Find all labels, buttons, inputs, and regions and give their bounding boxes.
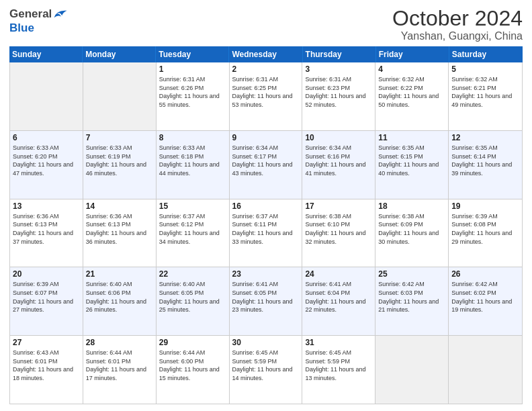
cell-info: Sunrise: 6:42 AMSunset: 6:02 PMDaylight:…	[451, 280, 519, 314]
day-cell-8: 8Sunrise: 6:33 AMSunset: 6:18 PMDaylight…	[157, 131, 230, 199]
calendar-week-2: 6Sunrise: 6:33 AMSunset: 6:20 PMDaylight…	[10, 131, 522, 199]
calendar-week-4: 20Sunrise: 6:39 AMSunset: 6:07 PMDayligh…	[10, 267, 522, 336]
calendar: SundayMondayTuesdayWednesdayThursdayFrid…	[9, 46, 523, 404]
cell-info: Sunrise: 6:41 AMSunset: 6:04 PMDaylight:…	[305, 280, 372, 314]
cell-info: Sunrise: 6:35 AMSunset: 6:15 PMDaylight:…	[378, 144, 445, 177]
day-cell-28: 28Sunrise: 6:44 AMSunset: 6:01 PMDayligh…	[83, 336, 157, 404]
day-number: 2	[232, 64, 300, 74]
cell-info: Sunrise: 6:44 AMSunset: 6:00 PMDaylight:…	[159, 349, 226, 382]
cell-info: Sunrise: 6:31 AMSunset: 6:25 PMDaylight:…	[232, 75, 300, 109]
cell-info: Sunrise: 6:45 AMSunset: 5:59 PMDaylight:…	[232, 349, 300, 382]
logo-general: General	[9, 7, 52, 21]
cell-info: Sunrise: 6:40 AMSunset: 6:05 PMDaylight:…	[159, 280, 226, 314]
day-cell-4: 4Sunrise: 6:32 AMSunset: 6:22 PMDaylight…	[375, 62, 449, 130]
day-cell-10: 10Sunrise: 6:34 AMSunset: 6:16 PMDayligh…	[302, 131, 375, 199]
month-title: October 2024	[392, 7, 523, 30]
cell-info: Sunrise: 6:38 AMSunset: 6:09 PMDaylight:…	[378, 212, 445, 246]
day-cell-7: 7Sunrise: 6:33 AMSunset: 6:19 PMDaylight…	[83, 131, 157, 199]
day-cell-25: 25Sunrise: 6:42 AMSunset: 6:03 PMDayligh…	[375, 267, 449, 335]
logo: General Blue	[9, 7, 68, 35]
day-number: 25	[378, 269, 445, 279]
cell-info: Sunrise: 6:36 AMSunset: 6:13 PMDaylight:…	[86, 212, 153, 246]
day-cell-1: 1Sunrise: 6:31 AMSunset: 6:26 PMDaylight…	[157, 62, 230, 130]
day-number: 19	[451, 201, 519, 211]
day-cell-5: 5Sunrise: 6:32 AMSunset: 6:21 PMDaylight…	[449, 62, 522, 130]
day-cell-14: 14Sunrise: 6:36 AMSunset: 6:13 PMDayligh…	[83, 199, 157, 267]
cell-info: Sunrise: 6:37 AMSunset: 6:12 PMDaylight:…	[159, 212, 226, 246]
day-header-wednesday: Wednesday	[229, 46, 302, 62]
day-number: 9	[232, 133, 300, 142]
cell-info: Sunrise: 6:37 AMSunset: 6:11 PMDaylight:…	[232, 212, 300, 246]
logo-bird-icon	[53, 7, 68, 21]
day-cell-22: 22Sunrise: 6:40 AMSunset: 6:05 PMDayligh…	[157, 267, 230, 335]
day-cell-15: 15Sunrise: 6:37 AMSunset: 6:12 PMDayligh…	[157, 199, 230, 267]
day-number: 22	[159, 269, 226, 279]
calendar-header-row: SundayMondayTuesdayWednesdayThursdayFrid…	[9, 46, 523, 62]
day-number: 15	[159, 201, 226, 211]
cell-info: Sunrise: 6:42 AMSunset: 6:03 PMDaylight:…	[378, 280, 445, 314]
cell-info: Sunrise: 6:36 AMSunset: 6:13 PMDaylight:…	[13, 212, 80, 246]
day-cell-24: 24Sunrise: 6:41 AMSunset: 6:04 PMDayligh…	[302, 267, 375, 335]
logo-blue: Blue	[9, 21, 34, 34]
day-number: 6	[13, 133, 80, 142]
day-cell-23: 23Sunrise: 6:41 AMSunset: 6:05 PMDayligh…	[230, 267, 303, 335]
cell-info: Sunrise: 6:41 AMSunset: 6:05 PMDaylight:…	[232, 280, 300, 314]
day-cell-31: 31Sunrise: 6:45 AMSunset: 5:59 PMDayligh…	[302, 336, 375, 404]
day-cell-16: 16Sunrise: 6:37 AMSunset: 6:11 PMDayligh…	[230, 199, 303, 267]
cell-info: Sunrise: 6:32 AMSunset: 6:22 PMDaylight:…	[378, 75, 445, 109]
day-number: 4	[378, 64, 445, 74]
day-number: 3	[305, 64, 372, 74]
day-number: 27	[13, 338, 80, 347]
day-number: 12	[451, 133, 519, 142]
day-number: 30	[232, 338, 300, 347]
cell-info: Sunrise: 6:44 AMSunset: 6:01 PMDaylight:…	[86, 349, 153, 382]
day-cell-17: 17Sunrise: 6:38 AMSunset: 6:10 PMDayligh…	[302, 199, 375, 267]
header: General Blue October 2024 Yanshan, Guang…	[9, 7, 523, 42]
day-number: 24	[305, 269, 372, 279]
day-header-monday: Monday	[83, 46, 156, 62]
calendar-week-3: 13Sunrise: 6:36 AMSunset: 6:13 PMDayligh…	[10, 199, 522, 268]
day-number: 21	[86, 269, 153, 279]
day-number: 7	[86, 133, 153, 142]
day-cell-11: 11Sunrise: 6:35 AMSunset: 6:15 PMDayligh…	[375, 131, 449, 199]
cell-info: Sunrise: 6:31 AMSunset: 6:23 PMDaylight:…	[305, 75, 372, 109]
day-header-friday: Friday	[376, 46, 449, 62]
empty-cell	[10, 62, 83, 130]
empty-cell	[449, 336, 522, 404]
day-number: 14	[86, 201, 153, 211]
cell-info: Sunrise: 6:34 AMSunset: 6:17 PMDaylight:…	[232, 144, 300, 177]
day-cell-13: 13Sunrise: 6:36 AMSunset: 6:13 PMDayligh…	[10, 199, 83, 267]
day-cell-6: 6Sunrise: 6:33 AMSunset: 6:20 PMDaylight…	[10, 131, 83, 199]
day-number: 16	[232, 201, 300, 211]
cell-info: Sunrise: 6:39 AMSunset: 6:08 PMDaylight:…	[451, 212, 519, 246]
empty-cell	[83, 62, 157, 130]
day-number: 26	[451, 269, 519, 279]
cell-info: Sunrise: 6:43 AMSunset: 6:01 PMDaylight:…	[13, 349, 80, 382]
day-number: 17	[305, 201, 372, 211]
day-cell-26: 26Sunrise: 6:42 AMSunset: 6:02 PMDayligh…	[449, 267, 522, 335]
empty-cell	[375, 336, 449, 404]
calendar-week-1: 1Sunrise: 6:31 AMSunset: 6:26 PMDaylight…	[10, 62, 522, 131]
title-section: October 2024 Yanshan, Guangxi, China	[392, 7, 523, 42]
day-number: 5	[451, 64, 519, 74]
day-number: 23	[232, 269, 300, 279]
cell-info: Sunrise: 6:33 AMSunset: 6:18 PMDaylight:…	[159, 144, 226, 177]
day-number: 20	[13, 269, 80, 279]
day-number: 31	[305, 338, 372, 347]
cell-info: Sunrise: 6:35 AMSunset: 6:14 PMDaylight:…	[451, 144, 519, 177]
day-cell-30: 30Sunrise: 6:45 AMSunset: 5:59 PMDayligh…	[230, 336, 303, 404]
location-title: Yanshan, Guangxi, China	[392, 30, 523, 42]
cell-info: Sunrise: 6:34 AMSunset: 6:16 PMDaylight:…	[305, 144, 372, 177]
day-number: 18	[378, 201, 445, 211]
page: General Blue October 2024 Yanshan, Guang…	[0, 0, 532, 411]
day-number: 11	[378, 133, 445, 142]
cell-info: Sunrise: 6:38 AMSunset: 6:10 PMDaylight:…	[305, 212, 372, 246]
day-cell-18: 18Sunrise: 6:38 AMSunset: 6:09 PMDayligh…	[375, 199, 449, 267]
day-cell-27: 27Sunrise: 6:43 AMSunset: 6:01 PMDayligh…	[10, 336, 83, 404]
cell-info: Sunrise: 6:31 AMSunset: 6:26 PMDaylight:…	[159, 75, 226, 109]
cell-info: Sunrise: 6:39 AMSunset: 6:07 PMDaylight:…	[13, 280, 80, 314]
calendar-week-5: 27Sunrise: 6:43 AMSunset: 6:01 PMDayligh…	[10, 336, 522, 404]
day-cell-29: 29Sunrise: 6:44 AMSunset: 6:00 PMDayligh…	[157, 336, 230, 404]
cell-info: Sunrise: 6:45 AMSunset: 5:59 PMDaylight:…	[305, 349, 372, 382]
day-number: 28	[86, 338, 153, 347]
